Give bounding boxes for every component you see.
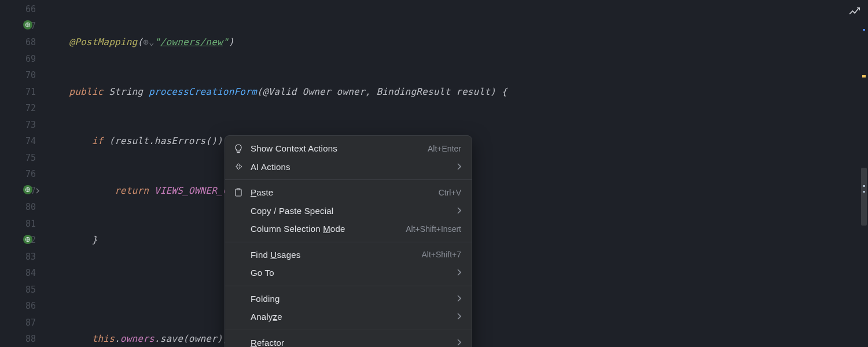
menu-analyze[interactable]: Analyze <box>225 308 472 326</box>
chevron-right-icon <box>457 162 461 172</box>
globe-icon[interactable]: ⊕⌄ <box>143 36 155 47</box>
inspection-widget[interactable] <box>848 5 861 20</box>
menu-separator <box>225 179 472 180</box>
line-number: 68 <box>0 34 46 51</box>
menu-copy-paste-special[interactable]: Copy / Paste Special <box>225 202 472 220</box>
line-number-gutter: 66 67 68 69 70 71 72 73 74 75 76 77 80 8… <box>0 0 46 347</box>
menu-context-actions[interactable]: Show Context Actions Alt+Enter <box>225 139 472 158</box>
menu-shortcut: Ctrl+V <box>439 188 461 197</box>
web-endpoint-icon[interactable] <box>23 185 32 194</box>
chevron-right-icon[interactable] <box>35 185 41 196</box>
line-number: 72 <box>0 100 46 117</box>
line-number: 81 <box>0 216 46 232</box>
menu-label: Find Usages <box>251 250 415 260</box>
bulb-icon <box>233 144 244 153</box>
line-number: 74 <box>0 133 46 150</box>
web-endpoint-icon[interactable] <box>23 235 32 244</box>
line-number: 83 <box>0 249 46 265</box>
menu-label: Refactor <box>251 338 450 347</box>
stripe-mark[interactable] <box>862 75 866 77</box>
menu-label: Column Selection Mode <box>251 224 399 234</box>
line-number: 71 <box>0 84 46 101</box>
menu-refactor[interactable]: Refactor <box>225 334 472 348</box>
line-number: 88 <box>0 331 46 347</box>
chevron-right-icon <box>457 312 461 322</box>
menu-shortcut: Alt+Shift+7 <box>422 250 462 259</box>
menu-find-usages[interactable]: Find Usages Alt+Shift+7 <box>225 246 472 264</box>
menu-label: Paste <box>251 187 432 197</box>
menu-label: AI Actions <box>251 162 450 172</box>
menu-label: Folding <box>251 294 450 304</box>
menu-ai-actions[interactable]: AI Actions <box>225 158 472 176</box>
chevron-right-icon <box>457 338 461 347</box>
menu-shortcut: Alt+Shift+Insert <box>406 224 461 234</box>
ai-icon <box>233 162 244 171</box>
chevron-right-icon <box>457 268 461 278</box>
line-number: 76 <box>0 166 46 183</box>
line-number: 80 <box>0 199 46 216</box>
annotation: @PostMapping <box>69 36 137 47</box>
menu-separator <box>225 286 472 286</box>
context-menu[interactable]: Show Context Actions Alt+Enter AI Action… <box>225 135 472 347</box>
menu-go-to[interactable]: Go To <box>225 264 472 282</box>
line-number: 87 <box>0 315 46 331</box>
menu-column-selection[interactable]: Column Selection Mode Alt+Shift+Insert <box>225 220 472 238</box>
line-number: 73 <box>0 117 46 134</box>
line-number: 86 <box>0 298 46 315</box>
chevron-right-icon <box>457 294 461 304</box>
menu-label: Show Context Actions <box>251 143 421 153</box>
scroll-thumb[interactable] <box>861 168 867 226</box>
url-path: /owners/new <box>160 36 223 47</box>
method-name: processCreationForm <box>149 86 257 97</box>
line-number: 69 <box>0 51 46 68</box>
stripe-mark[interactable] <box>863 185 865 187</box>
menu-label: Copy / Paste Special <box>251 206 450 216</box>
menu-shortcut: Alt+Enter <box>428 144 461 153</box>
line-number: 70 <box>0 67 46 84</box>
line-number: 66 <box>0 1 46 18</box>
stripe-mark[interactable] <box>863 29 865 31</box>
menu-folding[interactable]: Folding <box>225 290 472 308</box>
menu-separator <box>225 330 472 330</box>
menu-label: Analyze <box>251 312 450 322</box>
chevron-right-icon <box>457 206 461 216</box>
line-number: 84 <box>0 265 46 282</box>
menu-paste[interactable]: Paste Ctrl+V <box>225 183 472 202</box>
stripe-mark[interactable] <box>863 191 865 193</box>
web-endpoint-icon[interactable] <box>23 20 32 29</box>
error-stripe[interactable] <box>861 23 867 324</box>
paste-icon <box>233 188 244 197</box>
menu-label: Go To <box>251 268 450 278</box>
menu-separator <box>225 242 472 242</box>
line-number: 85 <box>0 282 46 298</box>
line-number: 75 <box>0 150 46 167</box>
